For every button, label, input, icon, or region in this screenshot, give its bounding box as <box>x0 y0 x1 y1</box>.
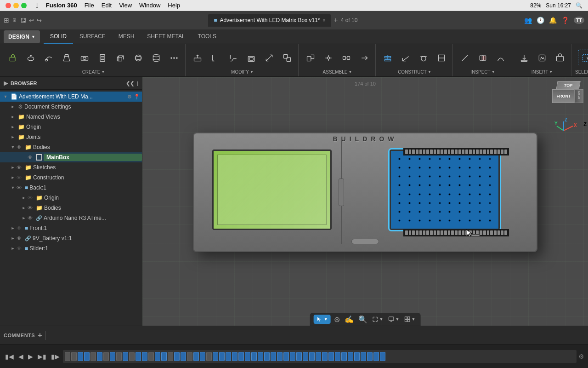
timeline-marker-33[interactable] <box>271 352 276 361</box>
tree-item-slider1[interactable]: ► 👁 ■ Slider:1 <box>0 243 142 253</box>
help-menu[interactable]: Help <box>168 2 180 9</box>
close-button[interactable] <box>6 3 11 8</box>
3d-viewport[interactable]: 174 of 10 TOP FRONT RIGHT Z X Y Z <box>142 77 588 326</box>
timeline-marker-14[interactable] <box>148 352 154 361</box>
timeline-marker-29[interactable] <box>245 352 250 361</box>
edit-menu[interactable]: Edit <box>102 2 112 9</box>
visibility-eye-back1[interactable]: 👁 <box>17 185 22 190</box>
timeline-marker-1[interactable] <box>65 352 70 361</box>
more-create-button[interactable] <box>166 50 182 66</box>
active-tab[interactable]: ■ Advertisement With LED Matrix Box v11*… <box>208 14 331 27</box>
timeline-marker-2[interactable] <box>71 352 77 361</box>
select-label[interactable]: SELECT ▼ <box>575 69 588 75</box>
expand-icon-bodies[interactable]: ▼ <box>9 145 17 150</box>
timeline-marker-10[interactable] <box>123 352 128 361</box>
timeline-marker-27[interactable] <box>232 352 237 361</box>
timeline-marker-16[interactable] <box>161 352 167 361</box>
pan-button[interactable]: ✍ <box>343 315 355 324</box>
save-icon[interactable]: 🖫 <box>20 17 26 24</box>
timeline-marker-48[interactable] <box>367 352 373 361</box>
expand-icon-doc-settings[interactable]: ► <box>9 104 17 109</box>
timeline-marker-28[interactable] <box>238 352 244 361</box>
shell-button[interactable] <box>243 50 260 66</box>
tree-item-joints[interactable]: ► 📁 Joints <box>0 132 142 142</box>
sidebar-collapse-icon[interactable]: ❮❮ <box>126 80 134 86</box>
timeline-marker-19[interactable] <box>181 352 186 361</box>
add-tab-button[interactable]: + <box>334 16 338 24</box>
sphere-button[interactable] <box>130 50 147 66</box>
timeline-marker-9[interactable] <box>116 352 122 361</box>
visibility-eye-battery[interactable]: 👁 <box>17 236 22 241</box>
timeline-marker-17[interactable] <box>168 352 173 361</box>
cylinder-button[interactable] <box>148 50 164 66</box>
sweep-button[interactable] <box>40 50 57 66</box>
tree-item-arduino[interactable]: ► 👁 🔗 Arduino Nano R3 ATme... <box>0 213 142 223</box>
visibility-eye-construction[interactable]: 👁 <box>17 175 22 180</box>
undo-icon[interactable]: ↩ <box>29 17 34 24</box>
visibility-eye-front1[interactable]: 👁 <box>17 225 22 231</box>
app-menu[interactable]: Fusion 360 <box>46 2 77 9</box>
tab-close-icon[interactable]: × <box>322 18 325 23</box>
new-file-icon[interactable]: 🗎 <box>12 17 17 23</box>
grid-display-button[interactable]: ▼ <box>402 316 417 322</box>
redo-icon[interactable]: ↪ <box>37 17 42 24</box>
sidebar-toggle-icon[interactable]: ▶ <box>4 80 8 86</box>
timeline-marker-44[interactable] <box>341 352 347 361</box>
timeline-marker-31[interactable] <box>258 352 263 361</box>
combine-button[interactable] <box>279 50 295 66</box>
inspect-label[interactable]: INSPECT ▼ <box>470 69 495 75</box>
zoom-button[interactable]: 🔍 <box>357 315 369 324</box>
timeline-marker-41[interactable] <box>322 352 328 361</box>
expand-icon-back1-bodies[interactable]: ► <box>20 206 28 210</box>
timeline-marker-30[interactable] <box>251 352 257 361</box>
next-frame-button[interactable]: ▶▮ <box>36 353 48 360</box>
timeline-marker-47[interactable] <box>361 352 366 361</box>
timeline-marker-25[interactable] <box>219 352 225 361</box>
timeline-marker-38[interactable] <box>303 352 308 361</box>
viewcube-top-face[interactable]: TOP <box>556 81 581 90</box>
timeline-marker-42[interactable] <box>328 352 334 361</box>
expand-icon-named-views[interactable]: ► <box>9 115 17 119</box>
timeline-marker-36[interactable] <box>290 352 295 361</box>
tree-item-construction[interactable]: ► 👁 📁 Construction <box>0 172 142 183</box>
timeline-marker-4[interactable] <box>84 352 90 361</box>
visibility-eye-back1-bodies[interactable]: 👁 <box>28 205 33 211</box>
expand-icon-back1-origin[interactable]: ► <box>20 196 28 200</box>
offset-plane-button[interactable] <box>379 50 396 66</box>
timeline-track[interactable] <box>63 350 577 363</box>
add-comment-button[interactable]: + <box>38 331 42 339</box>
timeline-marker-13[interactable] <box>142 352 147 361</box>
joint-button[interactable] <box>320 50 337 66</box>
revolve-button[interactable] <box>23 50 39 66</box>
timeline-marker-12[interactable] <box>136 352 141 361</box>
timeline-marker-49[interactable] <box>373 352 379 361</box>
pin-icon-root[interactable]: 📍 <box>134 94 140 100</box>
apps-icon[interactable]: ⊞ <box>4 17 9 24</box>
interference-button[interactable] <box>475 50 491 66</box>
tab-tools[interactable]: TOOLS <box>192 29 223 44</box>
minimize-button[interactable] <box>13 3 19 8</box>
chamfer-button[interactable] <box>225 50 242 66</box>
visibility-eye-bodies[interactable]: 👁 <box>17 144 22 150</box>
display-settings-button[interactable]: ▼ <box>387 316 401 322</box>
timeline-marker-43[interactable] <box>335 352 340 361</box>
tab-solid[interactable]: SOLID <box>44 29 73 44</box>
insert-label[interactable]: INSERT ▼ <box>531 69 553 75</box>
clock-icon[interactable]: 🕐 <box>537 17 544 24</box>
user-icon[interactable]: TT <box>574 17 584 24</box>
drive-joints-button[interactable] <box>356 50 373 66</box>
notification-icon[interactable]: 🔔 <box>549 17 557 24</box>
tree-item-doc-settings[interactable]: ► ⚙ Document Settings <box>0 102 142 112</box>
timeline-marker-23[interactable] <box>206 352 212 361</box>
create-label[interactable]: CREATE ▼ <box>82 69 105 75</box>
measure-button[interactable] <box>457 50 473 66</box>
box-button[interactable] <box>112 50 129 66</box>
timeline-marker-34[interactable] <box>277 352 283 361</box>
timeline-settings-icon[interactable]: ⚙ <box>578 353 584 360</box>
fillet-button[interactable] <box>207 50 224 66</box>
fullscreen-button[interactable] <box>21 3 27 8</box>
skip-forward-button[interactable]: ▮▶ <box>50 353 61 360</box>
tab-surface[interactable]: SURFACE <box>73 29 112 44</box>
timeline-marker-37[interactable] <box>296 352 302 361</box>
viewcube[interactable]: TOP FRONT RIGHT Z X Y Z <box>552 81 584 135</box>
